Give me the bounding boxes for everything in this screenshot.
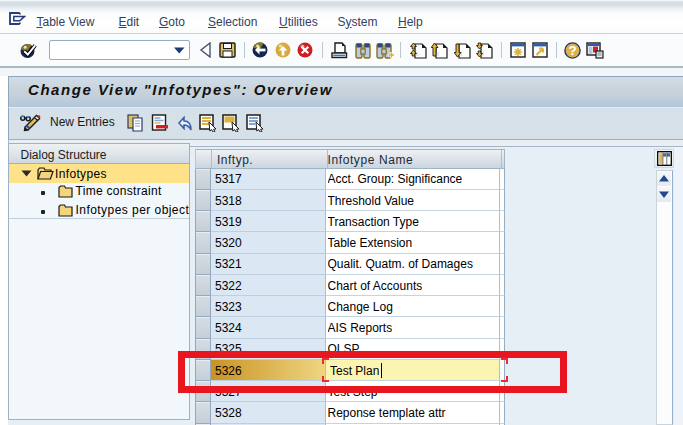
svg-text:?: ? <box>568 43 576 58</box>
